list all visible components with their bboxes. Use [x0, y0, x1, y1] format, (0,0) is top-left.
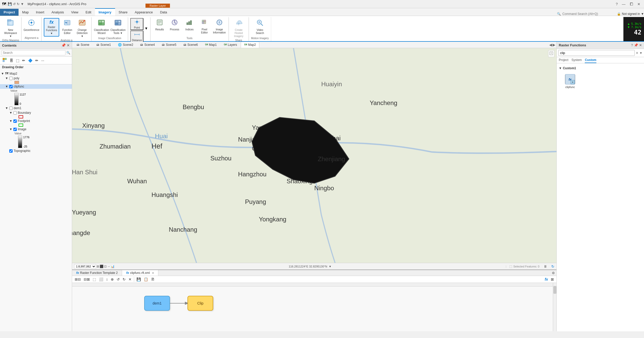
editor-delete-btn[interactable]: ✕: [127, 277, 133, 282]
toolbar-btn-more[interactable]: ···: [40, 57, 45, 63]
tree-footprint[interactable]: ▼ Footprint: [0, 119, 72, 123]
editor-select-btn[interactable]: ⬜: [98, 277, 104, 282]
panel-help-icon[interactable]: ?: [631, 43, 633, 47]
raster-functions-button[interactable]: fx RasterFunctions ▼: [44, 18, 59, 37]
scale-tools-icon[interactable]: ⊞: [97, 265, 99, 268]
toolbar-btn-poly[interactable]: 🔷: [27, 57, 33, 63]
point-button[interactable]: Point: [130, 18, 143, 30]
tab-scene5[interactable]: 🏔 Scene5: [158, 42, 180, 48]
ribbon-tab-imagery[interactable]: Imagery: [95, 8, 115, 16]
search-dropdown-icon[interactable]: ▼: [639, 51, 642, 55]
pause-button[interactable]: ⏸: [543, 264, 548, 268]
tab-scene2[interactable]: 🌐 Scene2: [115, 42, 137, 48]
tab-scene[interactable]: 🏔 Scene: [73, 42, 93, 48]
editor-split-btn[interactable]: ↕: [105, 277, 109, 282]
editor-expand-btn[interactable]: ⊠: [550, 277, 555, 282]
scale-tools-icon2[interactable]: ⬛: [100, 265, 104, 268]
toolbar-btn-tile[interactable]: ⬚: [15, 57, 20, 63]
tab-left-arrow[interactable]: ◀: [549, 43, 552, 47]
close-button[interactable]: ✕: [636, 2, 642, 7]
tab-right-arrow[interactable]: ▶: [553, 43, 555, 47]
contents-search-input[interactable]: [2, 50, 65, 55]
new-workspace-button[interactable]: NewWorkspace ▼: [3, 18, 18, 39]
ribbon-tab-share[interactable]: Share: [115, 9, 131, 16]
indices-button[interactable]: Indices: [183, 18, 196, 32]
ribbon-tab-appearance[interactable]: Appearance: [131, 9, 156, 16]
editor-fx-btn[interactable]: fx: [544, 277, 549, 282]
editor-copy-btn[interactable]: 📋: [143, 277, 149, 282]
editor-save-btn[interactable]: 💾: [135, 277, 142, 282]
filter-tab-project[interactable]: Project: [559, 58, 568, 63]
distance-button[interactable]: Distance: [130, 31, 143, 43]
georeference-button[interactable]: Georeference: [24, 18, 39, 33]
command-search-input[interactable]: [562, 12, 614, 16]
close-contents-icon[interactable]: ✕: [67, 43, 70, 47]
restore-button[interactable]: ⧠: [628, 2, 635, 7]
close-editor-tab-icon[interactable]: ✕: [152, 272, 154, 274]
dem1-checkbox[interactable]: [9, 107, 13, 110]
map-canvas[interactable]: Zhumadian Bengbu Yangzhou Nanjing Taizho…: [72, 48, 556, 263]
scale-arrow[interactable]: →: [107, 265, 110, 268]
search-clear-icon[interactable]: ✕: [636, 51, 638, 55]
editor-connect-btn[interactable]: ⊕: [110, 277, 115, 282]
tab-scene1[interactable]: 🏔 Scene1: [93, 42, 114, 48]
custom1-section-header[interactable]: ▼ Custom1: [559, 65, 642, 71]
toolbar-btn-list[interactable]: [2, 57, 8, 63]
image-info-button[interactable]: i ImageInformation: [212, 18, 226, 35]
node-dem1[interactable]: dem1: [144, 296, 170, 311]
node-clip[interactable]: Clip: [187, 296, 213, 311]
tab-layers[interactable]: 🗺 Layers: [220, 42, 241, 48]
change-detection-button[interactable]: ChangeDetection ▼: [75, 18, 89, 39]
ribbon-tab-data[interactable]: Data: [156, 9, 170, 16]
tree-map2[interactable]: ▼ 🗺 Map2: [0, 71, 72, 76]
editor-zoom-out-btn[interactable]: ⊟⊠: [83, 277, 91, 282]
ribbon-tab-insert[interactable]: Insert: [32, 9, 48, 16]
editor-redo-btn[interactable]: ↻: [122, 277, 127, 282]
pixel-editor-button[interactable]: PixelEditor: [198, 18, 211, 35]
ribbon-tab-project[interactable]: Project: [0, 9, 19, 16]
editor-zoom-in-btn[interactable]: ⬚: [92, 277, 97, 282]
raster-functions-search-input[interactable]: [558, 50, 635, 56]
coords-dropdown[interactable]: ▼: [329, 265, 332, 268]
toolbar-btn-edit[interactable]: ✏: [21, 57, 26, 63]
editor-doc-btn[interactable]: 🖹: [150, 277, 156, 282]
tree-poly[interactable]: ▼ poly: [0, 76, 72, 81]
map-info-button[interactable]: [548, 50, 554, 57]
tab-map2[interactable]: 🗺 Map2: [241, 42, 259, 48]
ribbon-tab-analysis[interactable]: Analysis: [48, 9, 67, 16]
boundary-checkbox[interactable]: [13, 111, 17, 115]
toolbar-btn-db[interactable]: 🗄: [8, 57, 14, 63]
refresh-button[interactable]: ↻: [551, 264, 554, 268]
editor-settings-icon[interactable]: ⚙: [550, 271, 556, 275]
tree-topographic[interactable]: Topographic: [0, 149, 72, 153]
tree-clipfunc[interactable]: ▼ clipfunc: [0, 84, 72, 89]
minimize-button[interactable]: —: [620, 2, 627, 7]
editor-horizontal-scrollbar[interactable]: [72, 283, 553, 287]
ribbon-tab-edit[interactable]: Edit: [82, 9, 95, 16]
toolbar-btn-pencil[interactable]: ✏: [34, 57, 39, 63]
alignment-expand-icon[interactable]: ⧉: [37, 37, 38, 39]
tree-image[interactable]: ▼ Image: [0, 127, 72, 132]
tab-map1[interactable]: 🗺 Map1: [202, 42, 220, 48]
footprint-checkbox[interactable]: [13, 119, 17, 123]
poly-checkbox[interactable]: [9, 77, 13, 80]
tree-boundary[interactable]: ▼ Boundary: [0, 110, 72, 115]
image-checkbox[interactable]: [13, 128, 17, 131]
analysis-expand-icon[interactable]: ⧉: [71, 39, 72, 42]
editor-canvas[interactable]: dem1 Clip: [72, 283, 556, 331]
editor-tab-clipfunc[interactable]: fx clipfunc.rft.xml ✕: [122, 270, 158, 276]
clipfunc-item[interactable]: fx ≡ clipfunc: [560, 72, 580, 91]
editor-tab-rft2[interactable]: fx Raster Function Template 2: [72, 270, 122, 276]
tree-dem1[interactable]: ▼ dem1: [0, 106, 72, 110]
filter-tab-system[interactable]: System: [571, 58, 582, 63]
editor-scrollbar-thumb[interactable]: [553, 286, 556, 294]
editor-vertical-scrollbar[interactable]: [553, 283, 556, 331]
classification-wizard-button[interactable]: ClassificationWizard: [94, 18, 109, 36]
mensuration-expand-button[interactable]: ▼: [144, 26, 148, 30]
topographic-checkbox[interactable]: [9, 149, 13, 153]
scale-selector[interactable]: 1:8,997,062 ⊞ ⬛ ⊡ → 📊: [74, 264, 115, 269]
panel-pin-icon[interactable]: 📌: [634, 43, 638, 47]
tab-scene4[interactable]: 🏔 Scene4: [137, 42, 158, 48]
clipfunc-checkbox[interactable]: [9, 85, 13, 88]
video-search-button[interactable]: VideoSearch: [252, 18, 268, 36]
